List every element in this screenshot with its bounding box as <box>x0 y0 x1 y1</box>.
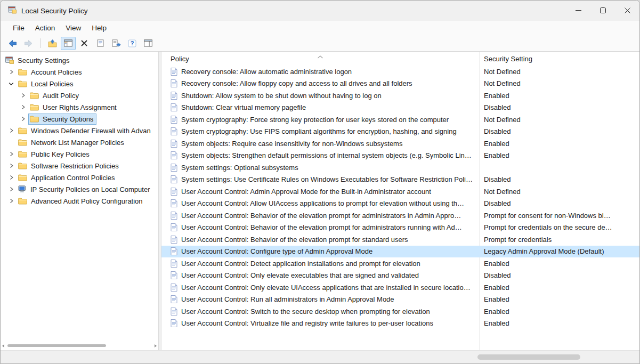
policy-row-shutdown-allow-system-to-be-shut-down-without-havi[interactable]: Shutdown: Allow system to be shut down w… <box>161 90 639 102</box>
scrollbar-track[interactable] <box>6 342 152 349</box>
console-tree: Security SettingsAccount PoliciesLocal P… <box>1 54 158 207</box>
policy-row-recovery-console-allow-floppy-copy-and-access-to-a[interactable]: Recovery console: Allow floppy copy and … <box>161 78 639 90</box>
toolbar: ? <box>1 35 639 52</box>
folder-icon <box>18 174 27 181</box>
chevron-right-icon[interactable] <box>18 116 28 122</box>
export-list-button[interactable] <box>109 37 124 50</box>
column-header-security-setting[interactable]: Security Setting <box>479 55 639 66</box>
chevron-right-icon[interactable] <box>6 151 17 157</box>
policy-row-system-settings-use-certificate-rules-on-windows-e[interactable]: System settings: Use Certificate Rules o… <box>161 174 639 186</box>
svg-text:?: ? <box>131 40 134 46</box>
tree-item-software-restriction-policies[interactable]: Software Restriction Policies <box>1 160 158 172</box>
up-one-level-button[interactable] <box>45 37 60 50</box>
tree-item-account-policies[interactable]: Account Policies <box>1 66 158 78</box>
policy-doc-icon <box>171 116 177 124</box>
list-horizontal-scrollbar[interactable] <box>1 350 639 363</box>
policy-row-user-account-control-behavior-of-the-elevation-pro[interactable]: User Account Control: Behavior of the el… <box>161 233 639 246</box>
menu-bar: FileActionViewHelp <box>1 21 639 35</box>
chevron-right-icon[interactable] <box>18 93 28 98</box>
scroll-right-arrow-icon[interactable] <box>155 344 157 347</box>
tree-horizontal-scrollbar[interactable] <box>2 342 157 349</box>
forward-button[interactable] <box>21 37 36 50</box>
folder-icon <box>18 127 27 134</box>
policy-row-system-settings-optional-subsystems[interactable]: System settings: Optional subsystems <box>161 161 639 174</box>
properties-button[interactable] <box>93 37 108 50</box>
up-one-level-icon <box>48 39 57 47</box>
chevron-right-icon[interactable] <box>6 128 17 133</box>
policy-row-system-objects-require-case-insensitivity-for-non-[interactable]: System objects: Require case insensitivi… <box>161 137 639 150</box>
chevron-down-icon[interactable] <box>6 82 17 86</box>
minimize-button[interactable] <box>566 1 590 21</box>
tree-item-windows-defender-firewall-with-advan[interactable]: Windows Defender Firewall with Advan <box>1 125 158 136</box>
policy-doc-icon <box>171 260 177 268</box>
policy-row-user-account-control-allow-uiaccess-applications-t[interactable]: User Account Control: Allow UIAccess app… <box>161 198 639 210</box>
tree-item-public-key-policies[interactable]: Public Key Policies <box>1 148 158 160</box>
menu-action[interactable]: Action <box>30 22 61 34</box>
menu-file[interactable]: File <box>7 22 30 34</box>
policy-list-pane: Policy Security Setting Recovery console… <box>161 52 639 350</box>
policy-doc-icon <box>171 308 177 316</box>
toolbar-separator <box>40 38 40 48</box>
policy-doc-icon <box>171 284 177 292</box>
back-arrow-icon <box>8 39 17 47</box>
back-button[interactable] <box>5 37 20 50</box>
policy-row-user-account-control-only-elevate-executables-that[interactable]: User Account Control: Only elevate execu… <box>161 270 639 282</box>
scrollbar-thumb[interactable] <box>7 344 106 347</box>
policy-doc-icon <box>171 223 177 231</box>
folder-icon <box>30 104 39 111</box>
chevron-right-icon[interactable] <box>6 175 17 180</box>
tree-item-local-policies[interactable]: Local Policies <box>1 78 158 90</box>
help-button[interactable]: ? <box>125 37 140 50</box>
policy-row-user-account-control-virtualize-file-and-registry-[interactable]: User Account Control: Virtualize file an… <box>161 318 639 330</box>
tree-item-network-list-manager-policies[interactable]: Network List Manager Policies <box>1 136 158 148</box>
chevron-right-icon[interactable] <box>18 104 28 110</box>
title-bar[interactable]: Local Security Policy <box>1 1 639 21</box>
policy-doc-icon <box>171 92 177 100</box>
chevron-right-icon[interactable] <box>6 198 17 204</box>
policy-row-system-cryptography-force-strong-key-protection-fo[interactable]: System cryptography: Force strong key pr… <box>161 114 639 126</box>
policy-doc-icon <box>171 236 177 244</box>
policy-row-user-account-control-admin-approval-mode-for-the-b[interactable]: User Account Control: Admin Approval Mod… <box>161 185 639 198</box>
policy-row-shutdown-clear-virtual-memory-pagefile[interactable]: Shutdown: Clear virtual memory pagefileD… <box>161 102 639 114</box>
tree-item-security-settings[interactable]: Security Settings <box>1 54 158 66</box>
show-hide-console-tree-button[interactable] <box>61 37 76 50</box>
minimize-icon <box>576 7 581 15</box>
column-header-policy[interactable]: Policy <box>161 55 479 66</box>
tree-item-advanced-audit-policy-configuration[interactable]: Advanced Audit Policy Configuration <box>1 195 158 207</box>
console-tree-pane: Security SettingsAccount PoliciesLocal P… <box>1 52 159 350</box>
policy-row-recovery-console-allow-automatic-administrative-lo[interactable]: Recovery console: Allow automatic admini… <box>161 66 639 78</box>
policy-row-user-account-control-switch-to-the-secure-desktop-[interactable]: User Account Control: Switch to the secu… <box>161 305 639 318</box>
policy-row-user-account-control-run-all-administrators-in-adm[interactable]: User Account Control: Run all administra… <box>161 294 639 306</box>
tree-item-user-rights-assignment[interactable]: User Rights Assignment <box>1 101 158 113</box>
window-controls <box>566 1 639 21</box>
maximize-button[interactable] <box>590 1 615 21</box>
scroll-left-arrow-icon[interactable] <box>2 344 4 347</box>
scrollbar-thumb[interactable] <box>477 354 580 360</box>
tree-item-audit-policy[interactable]: Audit Policy <box>1 90 158 101</box>
policy-doc-icon <box>171 212 177 220</box>
tree-item-security-options[interactable]: Security Options <box>1 113 158 125</box>
policy-doc-icon <box>171 199 177 207</box>
tree-item-application-control-policies[interactable]: Application Control Policies <box>1 172 158 183</box>
show-hide-action-pane-button[interactable] <box>141 37 156 50</box>
chevron-right-icon[interactable] <box>6 187 17 192</box>
policy-row-user-account-control-behavior-of-the-elevation-pro[interactable]: User Account Control: Behavior of the el… <box>161 209 639 222</box>
policy-row-user-account-control-configure-type-of-admin-appro[interactable]: User Account Control: Configure type of … <box>161 246 639 258</box>
delete-button[interactable] <box>77 37 92 50</box>
chevron-right-icon[interactable] <box>6 69 17 75</box>
close-button[interactable] <box>615 1 639 21</box>
policy-row-system-cryptography-use-fips-compliant-algorithms-[interactable]: System cryptography: Use FIPS compliant … <box>161 126 639 138</box>
maximize-icon <box>600 7 606 15</box>
menu-help[interactable]: Help <box>86 22 112 34</box>
policy-row-system-objects-strengthen-default-permissions-of-i[interactable]: System objects: Strengthen default permi… <box>161 150 639 162</box>
menu-view[interactable]: View <box>60 22 86 34</box>
policy-doc-icon <box>171 151 177 159</box>
policy-row-user-account-control-detect-application-installati[interactable]: User Account Control: Detect application… <box>161 257 639 270</box>
folder-icon <box>18 69 27 76</box>
tree-item-ip-security-policies-on-local-computer[interactable]: IP Security Policies on Local Computer <box>1 183 158 195</box>
policy-row-user-account-control-only-elevate-uiaccess-applica[interactable]: User Account Control: Only elevate UIAcc… <box>161 281 639 294</box>
policy-row-user-account-control-behavior-of-the-elevation-pro[interactable]: User Account Control: Behavior of the el… <box>161 222 639 234</box>
policy-doc-icon <box>171 103 177 111</box>
chevron-right-icon[interactable] <box>6 163 17 168</box>
policy-doc-icon <box>171 188 177 196</box>
